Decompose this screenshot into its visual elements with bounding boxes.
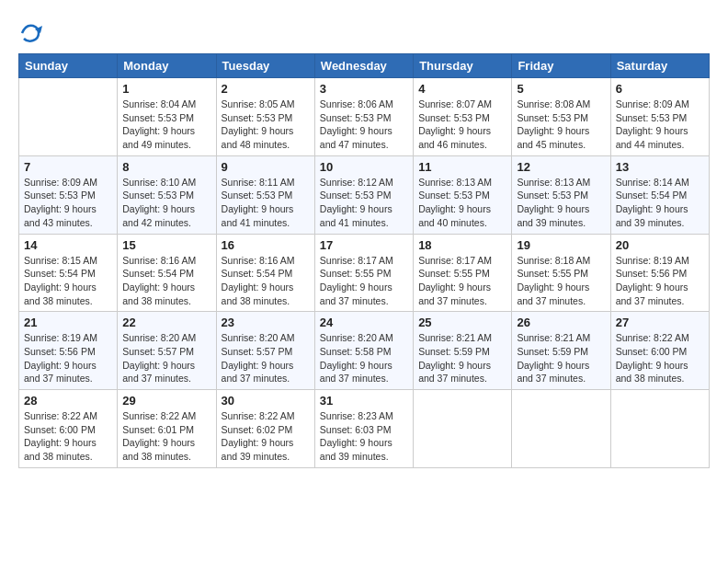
day-info: Sunrise: 8:09 AM Sunset: 5:53 PM Dayligh… bbox=[616, 98, 704, 152]
day-number: 2 bbox=[222, 82, 310, 96]
day-number: 31 bbox=[320, 394, 408, 408]
day-info: Sunrise: 8:10 AM Sunset: 5:53 PM Dayligh… bbox=[122, 176, 210, 230]
calendar-cell: 16Sunrise: 8:16 AM Sunset: 5:54 PM Dayli… bbox=[216, 234, 314, 312]
day-number: 30 bbox=[222, 394, 310, 408]
calendar-cell: 28Sunrise: 8:22 AM Sunset: 6:00 PM Dayli… bbox=[19, 390, 118, 468]
day-info: Sunrise: 8:08 AM Sunset: 5:53 PM Dayligh… bbox=[517, 98, 605, 152]
day-info: Sunrise: 8:04 AM Sunset: 5:53 PM Dayligh… bbox=[122, 98, 210, 152]
calendar-cell: 31Sunrise: 8:23 AM Sunset: 6:03 PM Dayli… bbox=[314, 390, 413, 468]
calendar-cell bbox=[512, 390, 610, 468]
calendar-cell: 29Sunrise: 8:22 AM Sunset: 6:01 PM Dayli… bbox=[118, 390, 216, 468]
calendar-cell: 14Sunrise: 8:15 AM Sunset: 5:54 PM Dayli… bbox=[19, 234, 118, 312]
calendar-cell: 17Sunrise: 8:17 AM Sunset: 5:55 PM Dayli… bbox=[314, 234, 413, 312]
calendar-cell bbox=[19, 78, 118, 156]
day-number: 24 bbox=[320, 316, 408, 329]
day-info: Sunrise: 8:13 AM Sunset: 5:53 PM Dayligh… bbox=[418, 176, 506, 230]
calendar-cell: 10Sunrise: 8:12 AM Sunset: 5:53 PM Dayli… bbox=[314, 155, 413, 234]
calendar-cell: 2Sunrise: 8:05 AM Sunset: 5:53 PM Daylig… bbox=[216, 78, 314, 156]
day-number: 21 bbox=[24, 316, 112, 329]
calendar-cell: 22Sunrise: 8:20 AM Sunset: 5:57 PM Dayli… bbox=[118, 312, 216, 390]
day-info: Sunrise: 8:14 AM Sunset: 5:54 PM Dayligh… bbox=[616, 176, 704, 230]
calendar-week-1: 1Sunrise: 8:04 AM Sunset: 5:53 PM Daylig… bbox=[19, 78, 710, 156]
day-info: Sunrise: 8:06 AM Sunset: 5:53 PM Dayligh… bbox=[320, 98, 408, 152]
day-info: Sunrise: 8:20 AM Sunset: 5:57 PM Dayligh… bbox=[122, 331, 210, 385]
day-number: 9 bbox=[222, 160, 310, 174]
day-info: Sunrise: 8:21 AM Sunset: 5:59 PM Dayligh… bbox=[517, 331, 605, 385]
calendar-cell: 6Sunrise: 8:09 AM Sunset: 5:53 PM Daylig… bbox=[610, 78, 709, 156]
calendar-week-2: 7Sunrise: 8:09 AM Sunset: 5:53 PM Daylig… bbox=[19, 155, 710, 234]
day-number: 13 bbox=[616, 160, 704, 174]
calendar: SundayMondayTuesdayWednesdayThursdayFrid… bbox=[18, 53, 710, 468]
calendar-header-friday: Friday bbox=[512, 54, 610, 78]
logo-icon bbox=[18, 20, 44, 46]
calendar-cell: 26Sunrise: 8:21 AM Sunset: 5:59 PM Dayli… bbox=[512, 312, 610, 390]
day-info: Sunrise: 8:09 AM Sunset: 5:53 PM Dayligh… bbox=[24, 176, 112, 230]
day-number: 4 bbox=[418, 82, 506, 96]
day-info: Sunrise: 8:20 AM Sunset: 5:57 PM Dayligh… bbox=[222, 331, 310, 385]
day-number: 29 bbox=[122, 394, 210, 408]
calendar-cell: 24Sunrise: 8:20 AM Sunset: 5:58 PM Dayli… bbox=[314, 312, 413, 390]
day-info: Sunrise: 8:21 AM Sunset: 5:59 PM Dayligh… bbox=[418, 331, 506, 385]
day-info: Sunrise: 8:22 AM Sunset: 6:01 PM Dayligh… bbox=[122, 409, 210, 464]
calendar-cell: 3Sunrise: 8:06 AM Sunset: 5:53 PM Daylig… bbox=[314, 78, 413, 156]
day-number: 26 bbox=[517, 316, 605, 329]
calendar-cell: 13Sunrise: 8:14 AM Sunset: 5:54 PM Dayli… bbox=[610, 155, 709, 234]
calendar-header-saturday: Saturday bbox=[610, 54, 709, 78]
day-info: Sunrise: 8:15 AM Sunset: 5:54 PM Dayligh… bbox=[24, 254, 112, 308]
day-number: 11 bbox=[418, 160, 506, 174]
day-info: Sunrise: 8:16 AM Sunset: 5:54 PM Dayligh… bbox=[222, 254, 310, 308]
day-number: 5 bbox=[517, 82, 605, 96]
calendar-cell: 4Sunrise: 8:07 AM Sunset: 5:53 PM Daylig… bbox=[414, 78, 512, 156]
day-number: 27 bbox=[616, 316, 704, 329]
day-number: 25 bbox=[418, 316, 506, 329]
day-number: 15 bbox=[122, 238, 210, 252]
day-info: Sunrise: 8:23 AM Sunset: 6:03 PM Dayligh… bbox=[320, 409, 408, 464]
calendar-cell: 12Sunrise: 8:13 AM Sunset: 5:53 PM Dayli… bbox=[512, 155, 610, 234]
calendar-week-4: 21Sunrise: 8:19 AM Sunset: 5:56 PM Dayli… bbox=[19, 312, 710, 390]
day-info: Sunrise: 8:19 AM Sunset: 5:56 PM Dayligh… bbox=[24, 331, 112, 385]
calendar-header-monday: Monday bbox=[118, 54, 216, 78]
calendar-header-row: SundayMondayTuesdayWednesdayThursdayFrid… bbox=[19, 54, 710, 78]
calendar-cell: 18Sunrise: 8:17 AM Sunset: 5:55 PM Dayli… bbox=[414, 234, 512, 312]
calendar-header-tuesday: Tuesday bbox=[216, 54, 314, 78]
calendar-cell: 15Sunrise: 8:16 AM Sunset: 5:54 PM Dayli… bbox=[118, 234, 216, 312]
day-number: 17 bbox=[320, 238, 408, 252]
day-info: Sunrise: 8:16 AM Sunset: 5:54 PM Dayligh… bbox=[122, 254, 210, 308]
day-number: 14 bbox=[24, 238, 112, 252]
calendar-cell: 30Sunrise: 8:22 AM Sunset: 6:02 PM Dayli… bbox=[216, 390, 314, 468]
day-info: Sunrise: 8:22 AM Sunset: 6:00 PM Dayligh… bbox=[616, 331, 704, 385]
calendar-cell: 20Sunrise: 8:19 AM Sunset: 5:56 PM Dayli… bbox=[610, 234, 709, 312]
day-number: 28 bbox=[24, 394, 112, 408]
day-number: 12 bbox=[517, 160, 605, 174]
calendar-cell: 11Sunrise: 8:13 AM Sunset: 5:53 PM Dayli… bbox=[414, 155, 512, 234]
day-number: 3 bbox=[320, 82, 408, 96]
day-number: 19 bbox=[517, 238, 605, 252]
day-number: 6 bbox=[616, 82, 704, 96]
day-number: 7 bbox=[24, 160, 112, 174]
calendar-cell bbox=[414, 390, 512, 468]
day-number: 8 bbox=[122, 160, 210, 174]
calendar-header-sunday: Sunday bbox=[19, 54, 118, 78]
calendar-cell: 1Sunrise: 8:04 AM Sunset: 5:53 PM Daylig… bbox=[118, 78, 216, 156]
day-number: 20 bbox=[616, 238, 704, 252]
calendar-cell: 23Sunrise: 8:20 AM Sunset: 5:57 PM Dayli… bbox=[216, 312, 314, 390]
day-info: Sunrise: 8:13 AM Sunset: 5:53 PM Dayligh… bbox=[517, 176, 605, 230]
day-number: 1 bbox=[122, 82, 210, 96]
day-number: 10 bbox=[320, 160, 408, 174]
day-info: Sunrise: 8:22 AM Sunset: 6:00 PM Dayligh… bbox=[24, 409, 112, 464]
calendar-cell: 25Sunrise: 8:21 AM Sunset: 5:59 PM Dayli… bbox=[414, 312, 512, 390]
calendar-week-5: 28Sunrise: 8:22 AM Sunset: 6:00 PM Dayli… bbox=[19, 390, 710, 468]
day-info: Sunrise: 8:07 AM Sunset: 5:53 PM Dayligh… bbox=[418, 98, 506, 152]
calendar-cell: 27Sunrise: 8:22 AM Sunset: 6:00 PM Dayli… bbox=[610, 312, 709, 390]
day-info: Sunrise: 8:18 AM Sunset: 5:55 PM Dayligh… bbox=[517, 254, 605, 308]
calendar-header-wednesday: Wednesday bbox=[314, 54, 413, 78]
day-info: Sunrise: 8:20 AM Sunset: 5:58 PM Dayligh… bbox=[320, 331, 408, 385]
day-info: Sunrise: 8:17 AM Sunset: 5:55 PM Dayligh… bbox=[418, 254, 506, 308]
day-info: Sunrise: 8:17 AM Sunset: 5:55 PM Dayligh… bbox=[320, 254, 408, 308]
day-info: Sunrise: 8:19 AM Sunset: 5:56 PM Dayligh… bbox=[616, 254, 704, 308]
calendar-cell: 21Sunrise: 8:19 AM Sunset: 5:56 PM Dayli… bbox=[19, 312, 118, 390]
day-info: Sunrise: 8:12 AM Sunset: 5:53 PM Dayligh… bbox=[320, 176, 408, 230]
calendar-header-thursday: Thursday bbox=[414, 54, 512, 78]
day-info: Sunrise: 8:05 AM Sunset: 5:53 PM Dayligh… bbox=[222, 98, 310, 152]
calendar-cell: 19Sunrise: 8:18 AM Sunset: 5:55 PM Dayli… bbox=[512, 234, 610, 312]
